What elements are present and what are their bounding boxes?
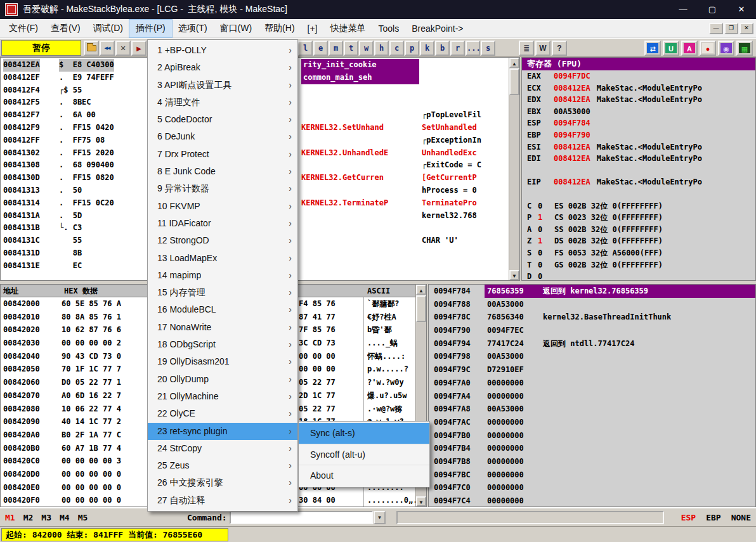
toolbar-letter-r[interactable]: r bbox=[450, 41, 465, 56]
memory-tab-m1[interactable]: M1 bbox=[5, 513, 15, 522]
register-row[interactable]: EDI008412EAMakeStac.<ModuleEntryPo bbox=[522, 153, 755, 165]
swap-button[interactable]: ⇄ bbox=[644, 41, 661, 56]
stack-row[interactable]: 0094F7B800000000 bbox=[429, 455, 755, 468]
plugins-menu-item-15[interactable]: 15 内存管理› bbox=[148, 284, 297, 301]
analyze-button[interactable]: A bbox=[681, 41, 698, 56]
menubar-item-2[interactable]: 查看(V) bbox=[44, 20, 87, 37]
toolbar-letter-k[interactable]: k bbox=[420, 41, 434, 56]
stack-row[interactable]: 0094F7BC00000000 bbox=[429, 468, 755, 482]
menubar-item-1[interactable]: 文件(F) bbox=[3, 20, 44, 37]
menubar-item-8[interactable]: [+] bbox=[301, 20, 324, 37]
submenu-item-1[interactable]: Sync (alt-s) bbox=[299, 423, 429, 444]
toolbar-letter-w[interactable]: w bbox=[359, 41, 374, 56]
plugins-menu-item-21[interactable]: 21 OllyMachine› bbox=[148, 388, 297, 405]
plugins-menu-item-23[interactable]: 23 ret-sync plugin› bbox=[148, 423, 297, 440]
plugins-menu-item-12[interactable]: 12 StrongOD› bbox=[148, 232, 297, 249]
toolbar-letter-dots[interactable]: ... bbox=[466, 41, 480, 56]
register-row[interactable]: ECX008412EAMakeStac.<ModuleEntryPo bbox=[522, 82, 755, 94]
flag-row[interactable]: C0ES 002B 32位 0(FFFFFFFF) bbox=[522, 200, 755, 212]
register-row[interactable]: EDX008412EAMakeStac.<ModuleEntryPo bbox=[522, 94, 755, 106]
flag-row[interactable]: A0SS 002B 32位 0(FFFFFFFF) bbox=[522, 224, 755, 236]
stack-row[interactable]: 0094F78C76856340kernel32.BaseThreadInitT… bbox=[429, 311, 755, 324]
plugins-menu-item-7[interactable]: 7 Drx Protect› bbox=[148, 146, 297, 163]
stack-row[interactable]: 0094F78476856359返回到 kernel32.76856359 bbox=[429, 285, 755, 298]
windows-button[interactable]: W bbox=[535, 41, 551, 56]
plugins-menu-item-2[interactable]: 2 ApiBreak› bbox=[148, 59, 297, 76]
stack-row[interactable]: 0094F7B400000000 bbox=[429, 442, 755, 455]
register-row[interactable]: EAX0094F7DC bbox=[522, 70, 755, 82]
plugins-menu-item-3[interactable]: 3 API断点设置工具› bbox=[148, 77, 297, 94]
record-button[interactable]: ● bbox=[700, 41, 716, 56]
close-icon[interactable]: ✕ bbox=[727, 0, 756, 19]
command-dropdown-icon[interactable]: ▼ bbox=[374, 511, 386, 524]
submenu-item-3[interactable]: About bbox=[299, 465, 429, 486]
stack-row[interactable]: 0094F78800A53000 bbox=[429, 298, 755, 311]
scroll-down-icon[interactable]: ▼ bbox=[416, 496, 426, 507]
close-process-button[interactable]: ✕ bbox=[115, 41, 131, 56]
register-row[interactable]: ESP0094F784 bbox=[522, 117, 755, 129]
minimize-icon[interactable]: — bbox=[668, 0, 698, 19]
plugins-menu-item-10[interactable]: 10 FKVMP› bbox=[148, 198, 297, 215]
menubar-item-6[interactable]: 窗口(W) bbox=[214, 20, 259, 37]
memory-tab-m4[interactable]: M4 bbox=[60, 513, 70, 522]
plugins-menu-item-14[interactable]: 14 mapimp› bbox=[148, 267, 297, 284]
flag-row[interactable]: P1CS 0023 32位 0(FFFFFFFF) bbox=[522, 212, 755, 224]
mdi-restore-icon[interactable]: ❐ bbox=[724, 23, 738, 34]
plugins-menu-item-24[interactable]: 24 StrCopy› bbox=[148, 440, 297, 457]
memory-tab-m5[interactable]: M5 bbox=[78, 513, 88, 522]
register-row[interactable] bbox=[522, 188, 755, 200]
menubar-item-3[interactable]: 调试(D) bbox=[87, 20, 129, 37]
memory-tab-m3[interactable]: M3 bbox=[41, 513, 51, 522]
register-row[interactable] bbox=[522, 165, 755, 177]
scroll-up-icon[interactable]: ▲ bbox=[509, 58, 519, 68]
plugins-menu-item-11[interactable]: 11 IDAFicator› bbox=[148, 215, 297, 232]
menubar-item-4[interactable]: 插件(P) bbox=[129, 20, 172, 37]
register-row[interactable]: EBX00A53000 bbox=[522, 106, 755, 118]
toolbar-letter-h[interactable]: h bbox=[374, 41, 389, 56]
run-button[interactable]: ▶ bbox=[131, 41, 147, 56]
stack-row[interactable]: 0094F7A000000000 bbox=[429, 377, 755, 390]
sphere-button[interactable]: ◉ bbox=[718, 41, 734, 56]
plugins-menu-item-5[interactable]: 5 CodeDoctor› bbox=[148, 111, 297, 128]
register-row[interactable]: EBP0094F790 bbox=[522, 129, 755, 141]
restart-button[interactable]: ◀◀ bbox=[100, 41, 115, 56]
toolbar-letter-c[interactable]: c bbox=[389, 41, 404, 56]
toolbar-letter-t[interactable]: t bbox=[344, 41, 358, 56]
plugins-menu-item-20[interactable]: 20 OllyDump› bbox=[148, 371, 297, 388]
toolbar-letter-l[interactable]: l bbox=[298, 41, 313, 56]
command-input[interactable] bbox=[230, 511, 373, 524]
register-row[interactable]: EIP008412EAMakeStac.<ModuleEntryPo bbox=[522, 176, 755, 188]
disasm-scrollbar[interactable]: ▲ ▼ bbox=[509, 58, 519, 280]
stack-row[interactable]: 0094F79CD72910EF bbox=[429, 363, 755, 377]
menubar-item-9[interactable]: 快捷菜单 bbox=[324, 20, 372, 37]
terminal-button[interactable]: ▦ bbox=[736, 41, 753, 56]
plugins-menu-item-19[interactable]: 19 OllyDisasm201› bbox=[148, 353, 297, 370]
menubar-item-7[interactable]: 帮助(H) bbox=[258, 20, 301, 37]
scroll-down-icon[interactable]: ▼ bbox=[509, 270, 519, 280]
plugins-menu-item-18[interactable]: 18 ODbgScript› bbox=[148, 336, 297, 353]
plugins-menu-item-6[interactable]: 6 DeJunk› bbox=[148, 128, 297, 145]
maximize-icon[interactable]: ▢ bbox=[698, 0, 727, 19]
update-button[interactable]: U bbox=[663, 41, 679, 56]
stack-row[interactable]: 0094F7900094F7EC bbox=[429, 324, 755, 337]
submenu-item-2[interactable]: Syncoff (alt-u) bbox=[299, 444, 429, 465]
flag-row[interactable]: D0 bbox=[522, 271, 755, 281]
plugins-menu-item-1[interactable]: 1 +BP-OLLY› bbox=[148, 42, 297, 59]
toolbar-letter-e[interactable]: e bbox=[313, 41, 328, 56]
plugins-menu-item-17[interactable]: 17 NonaWrite› bbox=[148, 319, 297, 336]
scroll-thumb[interactable] bbox=[509, 68, 519, 95]
stack-row[interactable]: 0094F7AC00000000 bbox=[429, 416, 755, 429]
menubar-item-11[interactable]: BreakPoint-> bbox=[405, 20, 469, 37]
plugins-menu-item-25[interactable]: 25 Zeus› bbox=[148, 457, 297, 474]
mdi-close-icon[interactable]: ✕ bbox=[740, 23, 753, 34]
stack-row[interactable]: 0094F79477417C24返回到 ntdll.77417C24 bbox=[429, 337, 755, 351]
stack-row[interactable]: 0094F7A800A53000 bbox=[429, 403, 755, 416]
stack-row[interactable]: 0094F7C000000000 bbox=[429, 481, 755, 494]
stack-row[interactable]: 0094F7B000000000 bbox=[429, 429, 755, 442]
toolbar-letter-b[interactable]: b bbox=[435, 41, 450, 56]
memory-tab-m2[interactable]: M2 bbox=[23, 513, 34, 522]
panels-button[interactable]: ≣ bbox=[519, 41, 534, 56]
flag-row[interactable]: S0FS 0053 32位 A56000(FFF) bbox=[522, 247, 755, 259]
plugins-menu-item-22[interactable]: 22 OlyCE› bbox=[148, 405, 297, 422]
toolbar-letter-s[interactable]: s bbox=[481, 41, 495, 56]
